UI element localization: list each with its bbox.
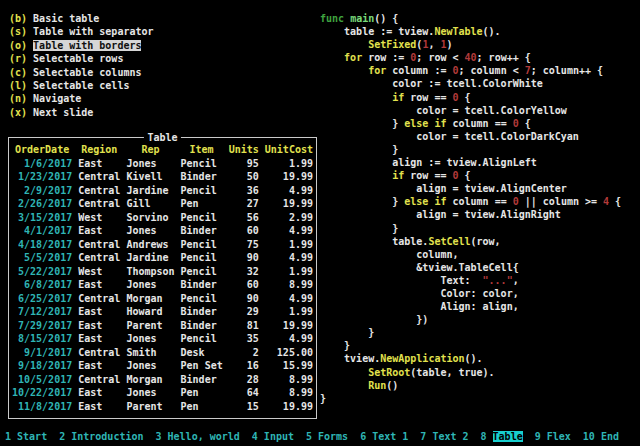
table-cell: 8.99 [265,278,313,292]
menu-item-selectable-columns[interactable]: (c) Selectable columns [9,66,154,79]
code-line: Text: "...", [320,274,621,287]
table-cell: Jardine [126,251,174,265]
statusbar-slide-label: Flex [547,431,571,442]
code-text: } [320,327,374,338]
statusbar-slide-5[interactable]: 5 Forms [306,431,348,442]
menu-item-label: Table with borders [33,40,141,51]
code-text: row == [404,92,452,103]
code-text: ; row++ { [477,52,531,63]
code-token-y: if [434,118,446,129]
table-cell: Pen Set [181,359,223,373]
table-cell: 10/5/2017 [12,373,72,387]
table-cell: 90 [229,292,259,306]
table-cell: 81 [229,319,259,333]
statusbar-slide-1[interactable]: 1 Start [5,431,47,442]
table-cell: 19.99 [265,400,313,414]
table-row: 3/15/2017WestSorvinoPencil562.99 [9,211,316,225]
code-line: align = tview.AlignCenter [320,182,621,195]
code-text: table. [320,236,428,247]
menu-item-shortcut: (x) [9,107,27,118]
table-cell: Central [78,238,120,252]
code-line: tview.NewApplication(). [320,352,621,365]
statusbar-slide-3[interactable]: 3 Hello, world [155,431,239,442]
statusbar-slide-number: 3 [155,431,161,442]
table-cell: 1.99 [265,265,313,279]
menu-item-shortcut: (b) [9,13,27,24]
table-cell: 5/5/2017 [12,251,72,265]
table-header-row: OrderDateRegionRepItemUnitsUnitCost [9,143,316,157]
statusbar-slide-number: 7 [420,431,426,442]
table-cell: 50 [229,170,259,184]
code-text [320,367,368,378]
table-row: 7/29/2017EastParentBinder8119.99 [9,319,316,333]
table-row: 7/12/2017EastHowardBinder291.99 [9,305,316,319]
table-cell: 125.00 [265,346,313,360]
table-cell: 9/18/2017 [12,359,72,373]
menu-item-shortcut: (c) [9,67,27,78]
menu-item-navigate[interactable]: (n) Navigate [9,92,154,105]
code-text: row := [362,52,410,63]
table-cell: 2/9/2017 [12,184,72,198]
statusbar-slide-2[interactable]: 2 Introduction [59,431,143,442]
statusbar-slide-8[interactable]: 8 Table [481,431,523,442]
code-text: } [320,340,350,351]
statusbar-slide-9[interactable]: 9 Flex [535,431,571,442]
menu-item-shortcut: (l) [9,80,27,91]
code-text: ; row < [416,52,464,63]
table-cell: 56 [229,211,259,225]
code-text: align = tview.AlignCenter [320,183,567,194]
code-text [320,65,368,76]
table-cell: Andrews [126,238,174,252]
table-cell: Pen [181,197,223,211]
menu-item-selectable-rows[interactable]: (r) Selectable rows [9,52,154,65]
status-bar: 1 Start2 Introduction3 Hello, world4 Inp… [0,428,640,446]
statusbar-slide-4[interactable]: 4 Input [252,431,294,442]
table-cell: 7/12/2017 [12,305,72,319]
table-row: 4/18/2017CentralAndrewsPencil751.99 [9,238,316,252]
code-text: { [519,118,531,129]
table-row: 6/25/2017CentralMorganPencil904.99 [9,292,316,306]
table-cell: Central [78,292,120,306]
code-text [320,39,368,50]
table-cell: Pencil [181,292,223,306]
code-line: &tview.TableCell{ [320,261,621,274]
statusbar-slide-10[interactable]: 10 End [583,431,619,442]
statusbar-slide-6[interactable]: 6 Text 1 [360,431,408,442]
table-cell: Smith [126,346,174,360]
menu-item-table-with-borders[interactable]: (o) Table with borders [9,39,154,52]
table-cell: 5/22/2017 [12,265,72,279]
table-cell: East [78,400,120,414]
code-text: ) [446,39,452,50]
table-cell: 2.99 [265,211,313,225]
statusbar-slide-7[interactable]: 7 Text 2 [420,431,468,442]
table-cell: Desk [181,346,223,360]
code-text: table := tview. [320,26,434,37]
table-cell: 64 [229,386,259,400]
table-row: 9/18/2017EastJonesPen Set1615.99 [9,359,316,373]
code-text: } [320,223,398,234]
table-cell: 60 [229,278,259,292]
code-token-y: for [344,52,362,63]
statusbar-slide-label: Text 2 [432,431,468,442]
code-line: column, [320,248,621,261]
table-row: 1/6/2017EastJonesPencil951.99 [9,157,316,171]
table-cell: Pencil [181,251,223,265]
table-cell: East [78,278,120,292]
code-line: for row := 0; row < 40; row++ { [320,51,621,64]
menu-item-basic-table[interactable]: (b) Basic table [9,12,154,25]
menu-item-table-with-separator[interactable]: (s) Table with separator [9,25,154,38]
menu-item-selectable-cells[interactable]: (l) Selectable cells [9,79,154,92]
table-cell: 4.99 [265,292,313,306]
menu-item-label: Next slide [33,107,93,118]
table-cell: Binder [181,224,223,238]
statusbar-slide-number: 9 [535,431,541,442]
table-cell: 4.99 [265,224,313,238]
table-cell: East [78,157,120,171]
code-text: ; column < [459,65,525,76]
table-cell: Central [78,184,120,198]
menu-item-next-slide[interactable]: (x) Next slide [9,106,154,119]
code-text [320,52,344,63]
code-text: , [513,275,519,286]
code-pane: func main() { table := tview.NewTable().… [320,12,621,405]
table-cell: 19.99 [265,319,313,333]
